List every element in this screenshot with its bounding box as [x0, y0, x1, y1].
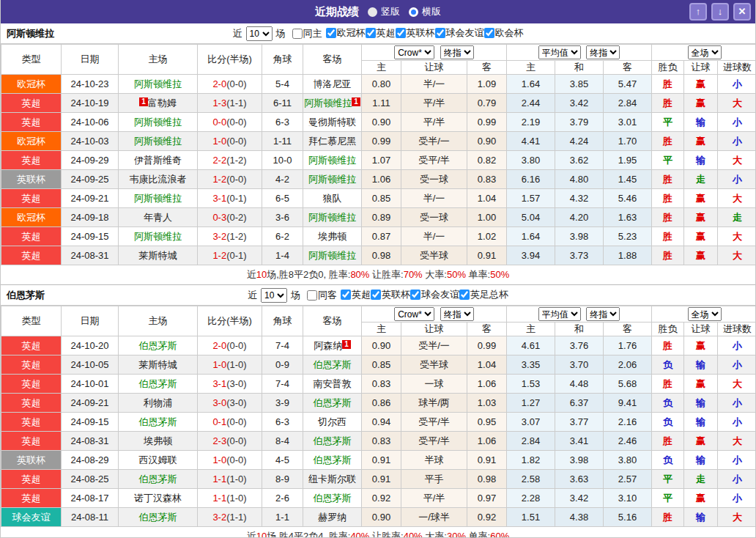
avg-draw-cell: 4.80: [555, 170, 604, 189]
avg-away-cell: 3.80: [604, 451, 652, 470]
team-label: 年青人: [144, 212, 172, 223]
results-rows: 欧冠杯24-10-23阿斯顿维拉2-0(0-0)5-4博洛尼亚0.80半/一1.…: [1, 75, 756, 265]
odds-away-cell: 0.95: [467, 413, 507, 432]
close-button[interactable]: ✕: [733, 3, 751, 21]
handicap-cell: 半/一: [401, 189, 467, 208]
league-filter-欧会杯[interactable]: 欧会杯: [484, 26, 524, 40]
average-select[interactable]: 平均值: [538, 307, 581, 321]
team-label: 埃弗顿: [144, 435, 172, 446]
home-team-cell: 伯恩茅斯: [119, 336, 198, 355]
odds-away-cell: 0.99: [467, 336, 507, 355]
avg-home-cell: 1.51: [507, 508, 555, 527]
team-label: 博洛尼亚: [314, 78, 352, 89]
league-checkbox[interactable]: [341, 290, 351, 300]
league-filters: 英超英联杯球会友谊英足总杯: [341, 288, 508, 302]
league-checkbox[interactable]: [435, 28, 445, 38]
avg-home-cell: 1.82: [507, 451, 555, 470]
team-label: 拜仁慕尼黑: [308, 136, 356, 147]
avg-draw-cell: 3.41: [555, 432, 604, 451]
handicap-cell: 受平/半: [401, 432, 467, 451]
away-team-cell: 南安普敦: [303, 375, 362, 394]
score-half: (0-2): [226, 212, 246, 223]
odds-away-cell: 0.79: [467, 94, 507, 113]
league-badge-cell: 英超: [1, 336, 62, 355]
league-badge-cell: 欧冠杯: [1, 75, 62, 94]
scope-select[interactable]: 全场: [688, 45, 722, 59]
league-checkbox[interactable]: [366, 28, 376, 38]
handicap-result-cell: 赢: [684, 246, 718, 265]
avg-away-cell: 1.76: [604, 336, 652, 355]
league-filter-英超[interactable]: 英超: [366, 26, 396, 40]
average-select[interactable]: 平均值: [538, 45, 581, 59]
corner-cell: 6-2: [262, 227, 303, 246]
average-time-select[interactable]: 终指: [586, 307, 620, 321]
table-row: 欧冠杯24-10-03阿斯顿维拉1-0(0-0)1-11拜仁慕尼黑0.99受半/…: [1, 132, 756, 151]
league-filter-英联杯[interactable]: 英联杯: [396, 26, 435, 40]
team-label: 阿斯顿维拉: [134, 193, 182, 204]
team-label: 南安普敦: [314, 378, 352, 389]
bookmaker-select[interactable]: Crow*: [394, 307, 434, 321]
league-checkbox[interactable]: [396, 28, 406, 38]
odds-time-select[interactable]: 终指: [440, 45, 474, 59]
league-filter-欧冠杯[interactable]: 欧冠杯: [326, 26, 366, 40]
score-half: (1-0): [226, 493, 246, 504]
move-down-button[interactable]: ↓: [711, 3, 729, 21]
odds-away-cell: 0.91: [467, 451, 507, 470]
average-time-select[interactable]: 终指: [586, 45, 620, 59]
league-badge-cell: 英超: [1, 227, 62, 246]
summary-stat-value: 70%: [404, 269, 423, 280]
radio-label: 横版: [422, 5, 441, 18]
score-cell: 3-2(1-2): [198, 227, 262, 246]
team-label: 阿斯顿维拉: [134, 136, 182, 147]
league-checkbox[interactable]: [371, 290, 381, 300]
odds-away-cell: 0.92: [467, 508, 507, 527]
handicap-result-cell: 输: [684, 355, 718, 375]
avg-home-cell: 2.84: [507, 432, 555, 451]
summary-stat-value: 60%: [490, 531, 509, 538]
league-badge-cell: 英超: [1, 246, 62, 265]
league-badge-cell: 欧冠杯: [1, 208, 62, 227]
average-group-header: 平均值 终指: [507, 45, 652, 61]
subcol-avg-home: 主: [507, 323, 555, 336]
avg-away-cell: 5.68: [604, 375, 652, 394]
bookmaker-select[interactable]: Crow*: [394, 45, 434, 59]
score-main: 3-1: [212, 378, 226, 389]
summary-stat-value: 50%: [490, 269, 509, 280]
handicap-result-cell: 输: [684, 113, 718, 132]
avg-away-cell: 2.84: [604, 94, 652, 113]
avg-draw-cell: 6.37: [555, 394, 604, 413]
layout-radio-vertical[interactable]: 竖版: [368, 5, 400, 18]
same-venue-checkbox[interactable]: 同主: [292, 27, 322, 40]
league-checkbox[interactable]: [326, 28, 336, 38]
rank-badge: 1: [139, 97, 148, 106]
same-venue-checkbox[interactable]: 同客: [307, 289, 337, 302]
score-main: 3-0: [212, 397, 226, 408]
handicap-cell: 平手: [401, 470, 467, 489]
team-section: 伯恩茅斯 近 10 场 同客 英超英联杯球会友谊英足总杯: [1, 285, 755, 538]
match-count-select[interactable]: 10: [246, 26, 273, 41]
handicap-cell: 受半球: [401, 355, 467, 375]
league-checkbox[interactable]: [484, 28, 494, 38]
league-filter-英联杯[interactable]: 英联杯: [371, 288, 410, 301]
score-cell: 2-3(0-0): [198, 432, 262, 451]
team-label: 阿斯顿维拉: [308, 212, 356, 223]
layout-radio-horizontal[interactable]: 横版: [409, 5, 441, 18]
move-up-button[interactable]: ↑: [689, 3, 707, 21]
odds-time-select[interactable]: 终指: [440, 307, 474, 321]
odds-home-cell: 0.91: [362, 451, 401, 470]
table-row: 英超24-09-15伯恩茅斯0-1(0-0)6-3切尔西0.94受平/半0.95…: [1, 413, 756, 432]
league-filter-球会友谊[interactable]: 球会友谊: [435, 26, 484, 40]
league-checkbox[interactable]: [410, 290, 420, 300]
match-count-select[interactable]: 10: [261, 288, 287, 303]
corner-cell: 8-9: [262, 470, 303, 489]
score-half: (0-0): [226, 435, 246, 446]
league-filter-英足总杯[interactable]: 英足总杯: [459, 288, 508, 301]
league-filter-英超[interactable]: 英超: [341, 288, 371, 301]
scope-select[interactable]: 全场: [688, 307, 722, 321]
score-main: 1-3: [212, 97, 226, 108]
result-cell: 胜: [652, 75, 684, 94]
league-filter-球会友谊[interactable]: 球会友谊: [410, 288, 459, 301]
odds-group-header: Crow* 终指: [362, 306, 507, 323]
league-checkbox[interactable]: [459, 290, 470, 300]
date-cell: 24-09-15: [62, 227, 119, 246]
